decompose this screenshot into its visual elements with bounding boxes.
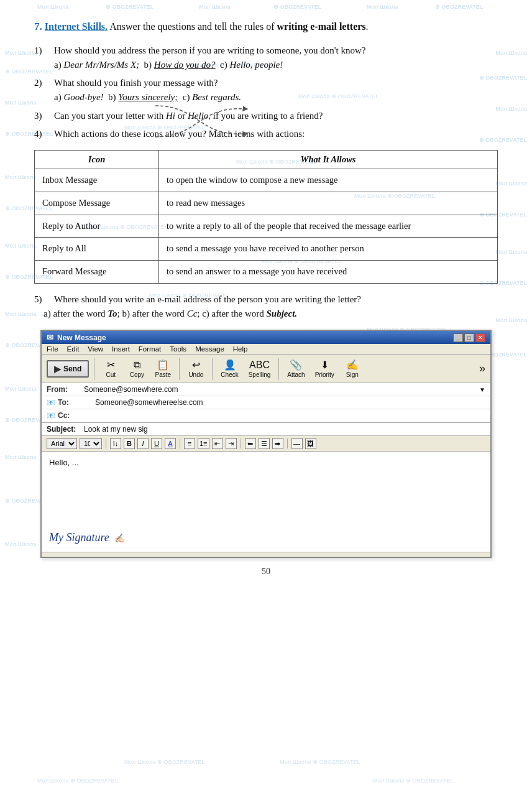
cc-icon: 📧 <box>47 412 55 420</box>
menu-file[interactable]: File <box>47 345 58 353</box>
toolbar-more[interactable]: » <box>479 362 485 375</box>
email-body: Hello, ... <box>42 452 490 526</box>
sign-icon: ✍ <box>346 359 359 371</box>
list-item-2: 2) What should you finish your message w… <box>34 76 498 105</box>
table-cell-icon: Forward Message <box>35 261 159 284</box>
q7-dot: . <box>366 21 369 32</box>
icon-actions-table: Icon What It Allows Inbox Message to ope… <box>34 150 498 284</box>
sign-label: Sign <box>346 371 359 378</box>
paste-icon: 📋 <box>157 359 169 371</box>
toolbar-separator4 <box>278 358 279 380</box>
check-label: Check <box>221 371 238 378</box>
format-indent-btn[interactable]: I↓ <box>110 438 121 449</box>
menu-message[interactable]: Message <box>195 345 224 353</box>
menu-insert[interactable]: Insert <box>112 345 130 353</box>
item4-content: Which actions do these icons allow you? … <box>54 127 498 141</box>
undo-icon: ↩ <box>192 359 200 371</box>
table-col1-header: Icon <box>35 151 159 169</box>
format-image-button[interactable]: 🖼 <box>305 438 316 449</box>
table-row: Inbox Message to open the window to comp… <box>35 169 498 192</box>
format-aligncenter-button[interactable]: ☰ <box>259 438 270 449</box>
menu-tools[interactable]: Tools <box>170 345 186 353</box>
q7-text: Answer the questions and tell the rules … <box>109 21 277 32</box>
format-italic-button[interactable]: I <box>137 438 149 449</box>
to-icon: 📧 <box>47 399 55 407</box>
undo-label: Undo <box>188 371 203 378</box>
fmt-sep1 <box>106 439 106 448</box>
page-number: 50 <box>34 567 498 577</box>
subject-label: Subject: <box>47 425 84 434</box>
undo-button[interactable]: ↩ Undo <box>185 357 207 380</box>
email-icon: ✉ <box>47 333 53 342</box>
from-value: Someone@somewhere.com <box>84 385 479 394</box>
from-dropdown-icon[interactable]: ▼ <box>479 386 485 393</box>
email-window: ✉ New Message _ □ ✕ File Edit View Inser… <box>40 330 492 558</box>
menu-format[interactable]: Format <box>139 345 161 353</box>
font-size-selector[interactable]: 10 <box>80 438 102 449</box>
item5-num: 5) <box>34 294 42 304</box>
check-button[interactable]: 👤 Check <box>218 357 241 380</box>
format-alignleft-button[interactable]: ⬅ <box>245 438 256 449</box>
item1-content: How should you address the person if you… <box>54 44 498 73</box>
send-label: Send <box>63 365 81 373</box>
priority-button[interactable]: ⬇ Priority <box>312 357 337 380</box>
item5-text: Where should you write an e-mail address… <box>34 294 361 318</box>
paste-button[interactable]: 📋 Paste <box>152 357 174 380</box>
menu-help[interactable]: Help <box>233 345 248 353</box>
email-menubar: File Edit View Insert Format Tools Messa… <box>42 344 490 355</box>
to-row: 📧 To: Someone@somewhereelse.com <box>42 396 490 409</box>
send-button[interactable]: ▶ Send <box>47 360 89 378</box>
table-cell-action: to send an answer to a message you have … <box>159 261 498 284</box>
toolbar-separator3 <box>212 358 213 380</box>
minimize-button[interactable]: _ <box>453 333 463 342</box>
table-row: Reply to All to send a message you have … <box>35 238 498 261</box>
format-indent2-button[interactable]: ⇥ <box>226 438 237 449</box>
formatting-bar: Arial 10 I↓ B I U A ≡ 1≡ ⇤ ⇥ ⬅ ☰ ➡ — 🖼 <box>42 436 490 452</box>
question-7-header: 7. Internet Skills. Answer the questions… <box>34 19 498 35</box>
format-numberedlist-button[interactable]: 1≡ <box>198 438 209 449</box>
attach-button[interactable]: 📎 Attach <box>284 357 308 380</box>
cc-row: 📧 Cc: <box>42 409 490 422</box>
to-label: To: <box>58 398 95 407</box>
font-selector[interactable]: Arial <box>47 438 77 449</box>
table-cell-icon: Compose Message <box>35 192 159 215</box>
format-line-button[interactable]: — <box>291 438 303 449</box>
table-row: Reply to Author to write a reply to all … <box>35 215 498 238</box>
body-text: Hello, ... <box>49 458 483 467</box>
send-arrow-icon: ▶ <box>54 364 61 374</box>
titlebar-controls[interactable]: _ □ ✕ <box>453 333 485 342</box>
list-item-3: 3) Can you start your letter with Hi or … <box>34 109 498 123</box>
toolbar-separator <box>94 358 94 380</box>
fmt-sep3 <box>241 439 241 448</box>
attach-icon: 📎 <box>290 359 302 371</box>
item3-num: 3) <box>34 109 54 123</box>
format-underline-button[interactable]: U <box>151 438 162 449</box>
spelling-button[interactable]: ABC Spelling <box>245 358 274 380</box>
from-row: From: Someone@somewhere.com ▼ <box>42 383 490 396</box>
sign-button[interactable]: ✍ Sign <box>341 357 364 380</box>
menu-edit[interactable]: Edit <box>67 345 80 353</box>
maximize-button[interactable]: □ <box>464 333 474 342</box>
item3-content: Can you start your letter with Hi or Hel… <box>54 109 498 123</box>
cut-button[interactable]: ✂ Cut <box>99 357 122 380</box>
table-cell-icon: Inbox Message <box>35 169 159 192</box>
copy-icon: ⧉ <box>134 360 140 371</box>
subject-row: Subject: Look at my new sig <box>42 423 490 436</box>
format-color-button[interactable]: A <box>165 438 176 449</box>
menu-view[interactable]: View <box>88 345 103 353</box>
format-list-button[interactable]: ≡ <box>184 438 195 449</box>
table-cell-icon: Reply to Author <box>35 215 159 238</box>
to-value: Someone@somewhereelse.com <box>95 398 485 407</box>
format-outdent-button[interactable]: ⇤ <box>212 438 223 449</box>
item5: 5) Where should you write an e-mail addr… <box>34 292 498 322</box>
email-toolbar: ▶ Send ✂ Cut ⧉ Copy 📋 Paste ↩ Undo <box>42 355 490 383</box>
copy-button[interactable]: ⧉ Copy <box>126 358 148 380</box>
scrollbar-area <box>42 552 490 557</box>
spelling-label: Spelling <box>249 371 271 378</box>
signature-hand-icon: ✍🏻 <box>114 533 125 543</box>
fmt-sep4 <box>287 439 288 448</box>
format-alignright-button[interactable]: ➡ <box>272 438 283 449</box>
close-button[interactable]: ✕ <box>475 333 485 342</box>
format-bold-button[interactable]: B <box>124 438 135 449</box>
list-item-1: 1) How should you address the person if … <box>34 44 498 73</box>
